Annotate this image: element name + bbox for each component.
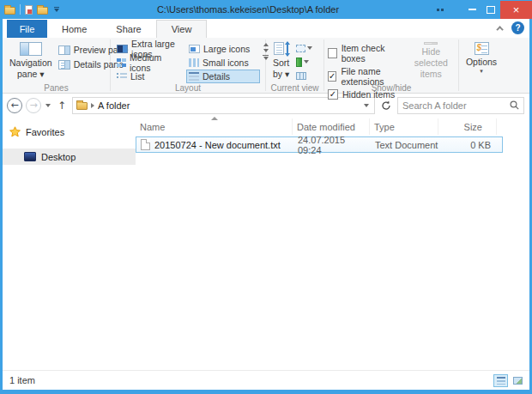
view-toggles <box>493 374 525 387</box>
item-check-boxes-row[interactable]: Item check boxes <box>328 43 402 64</box>
text-file-icon <box>141 139 150 150</box>
file-type-cell: Text Document <box>371 140 439 150</box>
thumbnail-view-toggle[interactable] <box>511 374 525 387</box>
maximize-button[interactable] <box>481 1 500 19</box>
layout-small-icons[interactable]: Small icons <box>186 56 260 70</box>
client-area: File Home Share View ? Navigation pane ▾ <box>3 19 529 390</box>
search-box[interactable] <box>397 97 524 114</box>
size-all-columns-icon <box>296 72 306 80</box>
quick-access-toolbar <box>0 4 59 15</box>
ribbon-corner-controls: ? <box>499 21 524 34</box>
current-view-group-label: Current view <box>266 83 323 93</box>
sort-by-button[interactable]: Sort by ▾ <box>269 39 293 82</box>
sidebar-item-favorites[interactable]: Favorites <box>3 124 136 140</box>
size-columns-button[interactable] <box>296 70 312 82</box>
refresh-button[interactable] <box>378 98 394 113</box>
layout-large-icons[interactable]: Large icons <box>186 42 260 56</box>
item-check-boxes-checkbox[interactable] <box>328 48 337 58</box>
ribbon-group-options: Options ▾ <box>459 38 504 93</box>
navigation-pane: Favorites Desktop <box>3 117 136 370</box>
back-button[interactable]: ← <box>7 98 22 113</box>
ribbon-tabstrip: File Home Share View ? <box>3 19 529 38</box>
options-button[interactable]: Options ▾ <box>462 39 500 82</box>
layout-item-label: Small icons <box>203 58 249 68</box>
file-name-extensions-checkbox[interactable]: ✓ <box>328 71 336 82</box>
details-pane-icon <box>58 60 70 70</box>
group-by-icon <box>296 45 305 52</box>
status-bar: 1 item <box>3 370 529 390</box>
address-dropdown-icon[interactable] <box>364 104 369 107</box>
add-columns-button[interactable] <box>296 56 312 68</box>
panes-group-label: Panes <box>3 83 110 93</box>
column-header-name[interactable]: Name <box>136 118 293 135</box>
qat-separator <box>20 4 21 15</box>
ribbon: Navigation pane ▾ Preview pane Details p… <box>3 38 529 94</box>
navigation-pane-button[interactable]: Navigation pane ▾ <box>6 39 56 82</box>
item-count: 1 item <box>9 375 493 385</box>
recent-locations-icon[interactable] <box>45 104 51 107</box>
tab-home[interactable]: Home <box>47 20 101 38</box>
layout-medium-icons[interactable]: Medium icons <box>114 56 186 70</box>
close-button[interactable]: × <box>500 1 532 19</box>
sort-by-icon <box>274 42 289 56</box>
content-area: Favorites Desktop Name Date modified Typ… <box>3 117 529 370</box>
tab-view[interactable]: View <box>156 20 208 38</box>
desktop-label: Desktop <box>41 152 76 162</box>
medium-icons-icon <box>117 58 126 67</box>
navigation-pane-label-1: Navigation <box>9 58 52 69</box>
hide-selected-items-button[interactable]: Hide selected items <box>408 39 455 82</box>
layout-list[interactable]: List <box>114 70 186 83</box>
ribbon-group-layout: Extra large icons Large icons Medium ico… <box>111 38 265 93</box>
large-icons-icon <box>189 45 200 53</box>
details-view-toggle[interactable] <box>493 374 508 387</box>
column-header-type[interactable]: Type <box>370 118 438 135</box>
file-size-cell: 0 KB <box>439 140 498 150</box>
refresh-icon <box>381 100 391 111</box>
sort-ascending-icon <box>211 117 218 120</box>
address-bar: ← → ↑ A folder <box>3 94 529 117</box>
details-view-icon <box>189 72 199 81</box>
properties-icon[interactable] <box>25 5 33 15</box>
layout-item-label: Details <box>203 71 230 82</box>
desktop-icon <box>24 152 36 161</box>
hide-selected-items-icon <box>424 42 438 45</box>
forward-button[interactable]: → <box>26 98 41 113</box>
breadcrumb-chevron-icon <box>91 103 94 108</box>
minimize-button[interactable] <box>462 1 481 19</box>
navigation-pane-icon <box>20 42 42 56</box>
sort-by-label-2: by ▾ <box>273 69 289 80</box>
column-header-date-modified[interactable]: Date modified <box>293 118 370 135</box>
file-name: 20150724 - New document.txt <box>154 140 281 150</box>
breadcrumb[interactable]: A folder <box>98 100 360 111</box>
tab-share[interactable]: Share <box>101 20 155 38</box>
file-list: Name Date modified Type Size 20150724 - … <box>136 117 529 370</box>
small-icons-icon <box>189 58 199 67</box>
preview-pane-icon <box>58 45 70 55</box>
options-label: Options <box>466 57 497 68</box>
layout-item-label: Large icons <box>203 44 250 54</box>
window-title: C:\Users\thomas.kekeisen\Desktop\A folde… <box>59 4 437 15</box>
minimize-ribbon-icon[interactable] <box>496 26 503 33</box>
titlebar-dots-icon <box>437 9 444 11</box>
layout-item-label: List <box>130 71 144 82</box>
search-input[interactable] <box>402 100 506 111</box>
help-icon[interactable]: ? <box>511 21 524 34</box>
layout-gallery: Extra large icons Large icons Medium ico… <box>114 42 260 82</box>
favorites-star-icon <box>9 126 21 137</box>
add-columns-icon <box>296 58 302 67</box>
show-hide-group-label: Show/hide <box>324 83 458 93</box>
hide-selected-items-label-2: items <box>420 69 442 80</box>
new-folder-icon[interactable] <box>37 7 48 15</box>
explorer-app-icon[interactable] <box>4 7 15 15</box>
sidebar-item-desktop[interactable]: Desktop <box>3 149 136 165</box>
up-button[interactable]: ↑ <box>57 100 66 112</box>
file-row[interactable]: 20150724 - New document.txt 24.07.2015 0… <box>136 136 503 153</box>
column-header-size[interactable]: Size <box>438 118 497 135</box>
tab-file[interactable]: File <box>7 20 47 38</box>
layout-details[interactable]: Details <box>186 70 260 83</box>
caret-down-icon: ▾ <box>480 68 483 76</box>
breadcrumb-folder-icon <box>76 102 88 110</box>
hide-selected-items-label-1: Hide selected <box>411 46 451 69</box>
layout-group-label: Layout <box>111 83 265 93</box>
group-by-button[interactable] <box>296 42 312 54</box>
